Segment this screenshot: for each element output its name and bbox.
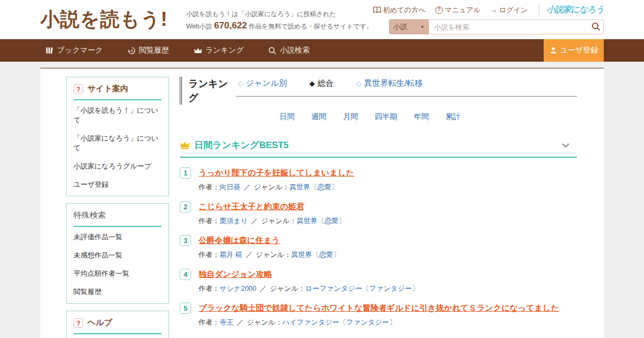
nav-history[interactable]: 閲覧履歴 [128,46,169,55]
beginners-link[interactable]: 初めての方へ [373,5,426,15]
sidebar-section-special-search: 特殊検索 未評価作品一覧 未感想作品一覧 平均点順作者一覧 閲覧履歴 [66,203,169,304]
page-body: ？ サイト案内 「小説を読もう！」について 「小説家になろう」について 小説家に… [0,68,644,338]
work-count: 670,622 [214,20,247,31]
section-title: サイト案内 [87,84,128,94]
ranking-item-2: 2 こじらせ王太子と約束の姫君 作者：栗須まり／ジャンル：異世界〔恋愛〕 [180,201,577,226]
question-box-icon: ？ [74,84,83,94]
site-tagline: 小説を読もう！は「小説家になろう」に投稿された Web小説 670,622 作品… [186,9,373,32]
page-title: ランキング [180,77,236,105]
tab-isekai[interactable]: ◇ 異世界転生/転移 [356,78,422,89]
tab-cumulative[interactable]: 累計 [445,112,460,122]
login-arrow-icon: → [490,6,497,14]
search-icon [268,47,276,55]
question-circle-icon: ? [435,6,443,14]
ranking-content: ランキング ◇ ジャンル別 ◆ 総合 ◇ 異世界転生/転移 [180,77,577,338]
ranking-item-1: 1 うっかり陛下の子を妊娠してしまいました 作者：向日葵／ジャンル：異世界〔恋愛… [180,167,577,192]
history-icon [128,47,136,55]
novel-title-link[interactable]: うっかり陛下の子を妊娠してしまいました [199,168,354,178]
register-button[interactable]: ユーザ登録 [544,39,604,62]
novel-meta: 作者：栗須まり／ジャンル：異世界〔恋愛〕 [199,216,577,226]
nav-ranking[interactable]: ランキング [194,46,244,55]
sidebar-link-author-avg-ranking[interactable]: 平均点順作者一覧 [74,263,162,282]
login-link[interactable]: → ログイン [490,5,528,15]
search-submit-button[interactable] [591,22,601,32]
narou-logo[interactable]: 小説家になろう [539,4,604,16]
question-box-icon: ？ [74,318,83,328]
tab-genre[interactable]: ◇ ジャンル別 [238,78,287,89]
user-icon [550,47,557,54]
rank-badge: 5 [180,303,191,314]
crown-icon [180,141,190,150]
site-logo[interactable]: 小説を読もう! [40,6,168,33]
author-link[interactable]: 向日葵 [219,183,240,191]
sidebar-link-register[interactable]: ユーザ登録 [74,174,162,193]
category-tabs: ◇ ジャンル別 ◆ 総合 ◇ 異世界転生/転移 [236,77,577,97]
author-link[interactable]: 霜月 椛 [219,251,243,259]
search-category-select[interactable]: 小説 ▼ [389,19,429,34]
rank-badge: 2 [180,201,191,212]
nav-novel-search[interactable]: 小説検索 [268,46,310,55]
author-link[interactable]: サシナ2000 [219,284,257,292]
novel-meta: 作者：寺王／ジャンル：ハイファンタジー〔ファンタジー〕 [199,318,577,327]
rank-badge: 1 [180,167,191,179]
search-bar: 小説 ▼ [389,19,604,34]
genre-link[interactable]: 異世界〔恋愛〕 [291,251,340,259]
main-container: ？ サイト案内 「小説を読もう！」について 「小説家になろう」について 小説家に… [40,68,604,338]
rank-badge: 3 [180,235,191,246]
manual-link[interactable]: ? マニュアル [435,5,481,15]
genre-link[interactable]: ローファンタジー〔ファンタジー〕 [305,284,419,292]
sidebar-section-site-guide: ？ サイト案内 「小説を読もう！」について 「小説家になろう」について 小説家に… [66,77,169,196]
diamond-filled-icon: ◆ [309,79,314,87]
best5-title: 日間ランキングBEST5 [194,139,289,151]
nav-bookmark[interactable]: ブックマーク [46,46,103,55]
novel-meta: 作者：サシナ2000／ジャンル：ローファンタジー〔ファンタジー〕 [199,284,577,293]
tab-weekly[interactable]: 週間 [311,112,326,122]
sidebar-link-about-yomou[interactable]: 「小説を読もう！」について [74,100,162,128]
search-input[interactable] [429,19,604,34]
rank-badge: 4 [180,269,191,280]
novel-meta: 作者：霜月 椛／ジャンル：異世界〔恋愛〕 [199,250,577,260]
ranking-list: 1 うっかり陛下の子を妊娠してしまいました 作者：向日葵／ジャンル：異世界〔恋愛… [180,167,577,327]
author-link[interactable]: 寺王 [219,318,233,326]
novel-meta: 作者：向日葵／ジャンル：異世界〔恋愛〕 [199,182,577,192]
tagline-line1: 小説を読もう！は「小説家になろう」に投稿された [186,9,373,20]
genre-link[interactable]: 異世界〔恋愛〕 [297,217,346,225]
sidebar-link-unrated-works[interactable]: 未評価作品一覧 [74,227,162,245]
diamond-icon: ◇ [238,79,243,87]
section-header: ？ ヘルプ [74,318,162,334]
genre-link[interactable]: 異世界〔恋愛〕 [289,183,338,191]
collapse-chevron-icon[interactable] [562,141,569,150]
sidebar-link-about-narou[interactable]: 「小説家になろう」について [74,128,162,156]
chevron-down-icon: ▼ [420,25,425,30]
sidebar: ？ サイト案内 「小説を読もう！」について 「小説家になろう」について 小説家に… [66,77,169,338]
novel-title-link[interactable]: こじらせ王太子と約束の姫君 [199,202,304,212]
period-tabs: 日間 週間 月間 四半期 年間 累計 [180,112,577,122]
crown-icon [194,47,202,54]
main-nav: ブックマーク 閲覧履歴 ランキング 小説検索 ユーザ登録 [0,39,644,62]
tab-yearly[interactable]: 年間 [414,112,429,122]
tab-monthly[interactable]: 月間 [343,112,358,122]
sidebar-section-help: ？ ヘルプ Ｎコードについて ユーザ検索 [66,311,169,338]
bookmark-icon [46,47,54,54]
sidebar-link-no-review-works[interactable]: 未感想作品一覧 [74,245,162,263]
best5-header: 日間ランキングBEST5 [180,139,577,151]
novel-title-link[interactable]: 独自ダンジョン攻略 [199,269,272,280]
ranking-item-5: 5 ブラックな騎士団で奴隷してたらホワイトな冒険者ギルドに引き抜かれてＳランクに… [180,303,577,327]
tab-quarterly[interactable]: 四半期 [375,112,397,122]
tab-overall[interactable]: ◆ 総合 [309,78,333,89]
open-book-icon [373,6,381,13]
author-link[interactable]: 栗須まり [219,217,248,225]
genre-link[interactable]: ハイファンタジー〔ファンタジー〕 [282,318,396,326]
section-header: 特殊検索 [74,210,162,227]
sidebar-link-about-ncode[interactable]: Ｎコードについて [74,334,162,338]
tagline-line2: Web小説 670,622 作品を無料で読める・探せるサイトです。 [186,20,373,32]
tab-daily[interactable]: 日間 [280,112,295,122]
sidebar-link-narou-group[interactable]: 小説家になろうグループ [74,156,162,174]
section-header: ？ サイト案内 [74,84,162,100]
novel-title-link[interactable]: 公爵令嬢は森に住まう [199,236,280,246]
site-header: 小説を読もう! 小説を読もう！は「小説家になろう」に投稿された Web小説 67… [0,0,644,39]
diamond-icon: ◇ [356,79,361,87]
novel-title-link[interactable]: ブラックな騎士団で奴隷してたらホワイトな冒険者ギルドに引き抜かれてＳランクになっ… [199,303,559,313]
section-title: 特殊検索 [74,210,106,221]
sidebar-link-view-history[interactable]: 閲覧履歴 [74,282,162,300]
